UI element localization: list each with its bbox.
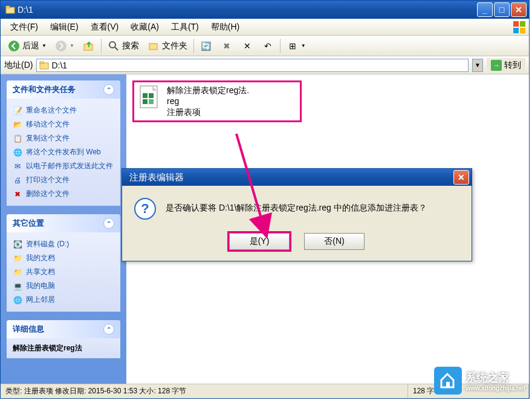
svg-rect-4 [513, 28, 519, 33]
separator [101, 39, 102, 53]
task-rename[interactable]: 📝重命名这个文件 [13, 103, 114, 117]
tasks-panel-body: 📝重命名这个文件 📂移动这个文件 📋复制这个文件 🌐将这个文件发布到 Web ✉… [7, 99, 120, 206]
addressbar: 地址(D) D:\1 ▼ → 转到 [1, 56, 529, 74]
address-value: D:\1 [51, 61, 67, 70]
search-label: 搜索 [122, 41, 139, 51]
explorer-window: D:\1 _ □ ✕ 文件(F) 编辑(E) 查看(V) 收藏(A) 工具(T)… [0, 0, 530, 399]
place-documents[interactable]: 📁我的文档 [13, 251, 114, 265]
task-move[interactable]: 📂移动这个文件 [13, 117, 114, 131]
address-input[interactable]: D:\1 [36, 59, 469, 72]
go-label: 转到 [504, 60, 521, 71]
places-panel: 其它位置 ⌃ 💽资料磁盘 (D:) 📁我的文档 📁共享文档 💻我的电脑 🌐网上邻… [7, 214, 120, 312]
svg-rect-17 [143, 99, 148, 104]
details-panel: 详细信息 ⌃ 解除注册表锁定reg法 [7, 320, 120, 358]
stop-icon: ✖ [221, 40, 233, 52]
toolbar: 后退 ▼ ▼ 搜索 文件夹 🔄 ✖ ✕ ↶ ⊞▼ [1, 36, 529, 56]
drive-icon: 💽 [13, 240, 22, 249]
task-delete[interactable]: ✖删除这个文件 [13, 187, 114, 201]
svg-rect-11 [149, 44, 157, 50]
dialog-message: 是否确认要将 D:\1\解除注册表锁定reg法.reg 中的信息添加进注册表？ [166, 198, 427, 220]
undo-icon: ↶ [262, 40, 274, 52]
svg-rect-5 [520, 28, 525, 33]
rename-icon: 📝 [13, 106, 22, 116]
views-button[interactable]: ⊞▼ [283, 38, 310, 54]
place-network[interactable]: 🌐网上邻居 [13, 293, 114, 307]
svg-rect-2 [513, 21, 519, 27]
task-print[interactable]: 🖨打印这个文件 [13, 173, 114, 187]
status-left: 类型: 注册表项 修改日期: 2015-6-30 1:53 大小: 128 字节 [1, 384, 408, 398]
shared-folder-icon: 📁 [13, 267, 22, 277]
place-shared[interactable]: 📁共享文档 [13, 265, 114, 279]
yes-button[interactable]: 是(Y) [229, 233, 290, 250]
folder-icon [5, 5, 15, 15]
collapse-icon: ⌃ [103, 218, 114, 229]
details-panel-body: 解除注册表锁定reg法 [7, 338, 120, 358]
move-icon: 📂 [13, 120, 22, 130]
menu-favorites[interactable]: 收藏(A) [125, 19, 165, 35]
tasks-panel: 文件和文件夹任务 ⌃ 📝重命名这个文件 📂移动这个文件 📋复制这个文件 🌐将这个… [7, 80, 120, 206]
collapse-icon: ⌃ [103, 324, 114, 335]
place-computer[interactable]: 💻我的电脑 [13, 279, 114, 293]
go-button[interactable]: → 转到 [487, 58, 525, 73]
svg-rect-20 [446, 382, 450, 387]
titlebar[interactable]: D:\1 _ □ ✕ [1, 1, 529, 19]
menu-edit[interactable]: 编辑(E) [44, 19, 85, 35]
search-icon [108, 40, 120, 52]
no-button[interactable]: 否(N) [304, 233, 365, 250]
stop-button: ✖ [217, 38, 236, 54]
print-icon: 🖨 [13, 175, 22, 185]
sync-icon: 🔄 [200, 40, 212, 52]
delete-button[interactable]: ✕ [238, 38, 257, 54]
places-panel-header[interactable]: 其它位置 ⌃ [7, 214, 120, 232]
svg-rect-16 [149, 93, 154, 98]
up-button[interactable] [79, 38, 99, 54]
maximize-button[interactable]: □ [494, 2, 510, 17]
views-icon: ⊞ [287, 40, 299, 52]
file-name-line1: 解除注册表锁定reg法. [167, 85, 249, 96]
svg-rect-18 [149, 99, 154, 104]
back-button[interactable]: 后退 ▼ [4, 38, 50, 54]
file-item[interactable]: 解除注册表锁定reg法. reg 注册表项 [132, 80, 302, 122]
dialog-close-button[interactable]: ✕ [453, 170, 469, 185]
forward-icon [55, 40, 67, 52]
task-copy[interactable]: 📋复制这个文件 [13, 131, 114, 145]
places-header-label: 其它位置 [13, 218, 44, 229]
dropdown-arrow-icon: ▼ [70, 43, 74, 48]
folders-icon [148, 40, 160, 52]
close-button[interactable]: ✕ [511, 2, 527, 17]
web-icon: 🌐 [13, 148, 22, 157]
window-title: D:\1 [3, 5, 477, 15]
menu-tools[interactable]: 工具(T) [165, 19, 205, 35]
search-button[interactable]: 搜索 [104, 38, 143, 54]
address-label: 地址(D) [4, 60, 33, 71]
copy-icon: 📋 [13, 134, 22, 143]
svg-rect-15 [143, 93, 148, 98]
watermark-logo-icon [434, 367, 462, 395]
network-icon: 🌐 [13, 295, 22, 305]
file-text: 解除注册表锁定reg法. reg 注册表项 [167, 85, 249, 118]
details-panel-header[interactable]: 详细信息 ⌃ [7, 320, 120, 338]
task-email[interactable]: ✉以电子邮件形式发送此文件 [13, 159, 114, 173]
menu-file[interactable]: 文件(F) [4, 19, 44, 35]
reg-file-icon [137, 85, 162, 110]
dialog-titlebar[interactable]: 注册表编辑器 ✕ [122, 169, 472, 186]
undo-button[interactable]: ↶ [258, 38, 277, 54]
menu-view[interactable]: 查看(V) [85, 19, 125, 35]
menu-help[interactable]: 帮助(H) [205, 19, 245, 35]
separator [193, 39, 194, 53]
folder-icon [39, 61, 49, 70]
minimize-button[interactable]: _ [477, 2, 493, 17]
sync-button[interactable]: 🔄 [196, 38, 216, 54]
tasks-header-label: 文件和文件夹任务 [13, 84, 76, 95]
go-arrow-icon: → [491, 60, 502, 71]
file-name-line2: reg [167, 96, 249, 107]
task-publish[interactable]: 🌐将这个文件发布到 Web [13, 145, 114, 159]
place-drive[interactable]: 💽资料磁盘 (D:) [13, 237, 114, 251]
address-dropdown[interactable]: ▼ [472, 59, 483, 72]
back-icon [8, 40, 20, 52]
collapse-icon: ⌃ [103, 84, 114, 95]
folders-button[interactable]: 文件夹 [144, 38, 191, 54]
confirm-dialog: 注册表编辑器 ✕ ? 是否确认要将 D:\1\解除注册表锁定reg法.reg 中… [122, 168, 472, 261]
tasks-panel-header[interactable]: 文件和文件夹任务 ⌃ [7, 80, 120, 99]
dialog-body: ? 是否确认要将 D:\1\解除注册表锁定reg法.reg 中的信息添加进注册表… [122, 186, 472, 227]
